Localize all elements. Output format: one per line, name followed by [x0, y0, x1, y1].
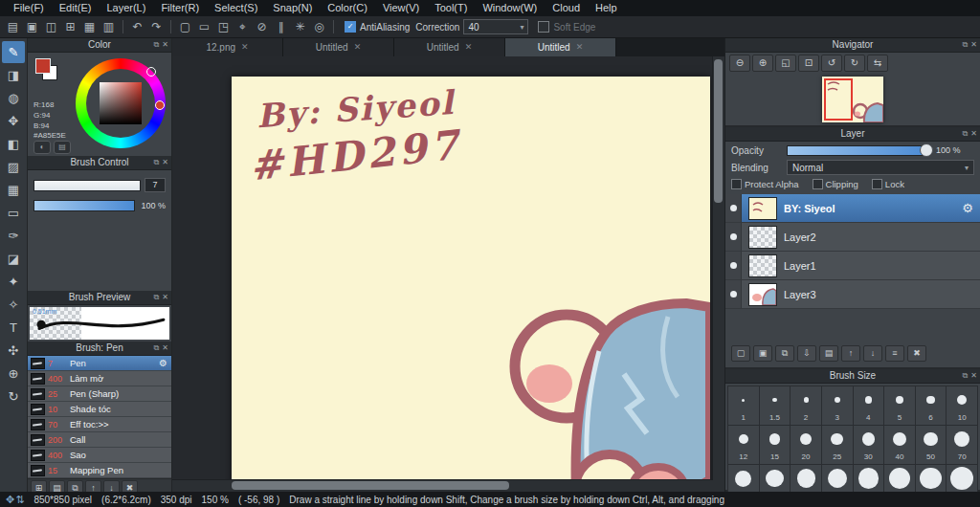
new-file-icon[interactable]: ▤: [4, 18, 22, 35]
snap-parallel-icon[interactable]: ∥: [272, 18, 290, 35]
layer-visibility-toggle[interactable]: [725, 194, 742, 222]
duplicate-layer-icon[interactable]: ⧉: [775, 345, 794, 362]
panel-close-icon[interactable]: ✕: [162, 342, 168, 355]
slider-knob[interactable]: [920, 143, 933, 157]
brush-size-cell[interactable]: 20: [791, 426, 821, 464]
brush-size-cell[interactable]: 2: [791, 386, 821, 425]
brush-size-cell[interactable]: 6: [916, 386, 947, 425]
panel-close-icon[interactable]: ✕: [970, 369, 977, 383]
menu-item[interactable]: Select(S): [207, 0, 265, 16]
color-wheel-toggle-icon[interactable]: ◐: [33, 141, 51, 154]
zoom-in-icon[interactable]: ⊕: [752, 55, 773, 72]
document-tab-active[interactable]: Untitled✕: [505, 38, 616, 56]
layer-row[interactable]: Layer3: [725, 280, 980, 309]
open-file-icon[interactable]: ▣: [23, 18, 41, 35]
brush-size-cell[interactable]: 1.5: [760, 386, 791, 425]
brush-list-item[interactable]: 7 Pen ⚙: [28, 356, 171, 371]
panel-close-icon[interactable]: ✕: [970, 127, 977, 141]
menu-item[interactable]: Edit(E): [52, 0, 100, 16]
add-layer-icon[interactable]: ▢: [731, 345, 750, 362]
sv-marker[interactable]: [146, 67, 156, 77]
document-tab[interactable]: 12.png✕: [172, 38, 283, 56]
panel-popout-icon[interactable]: ⧉: [963, 369, 969, 383]
zoom-out-icon[interactable]: ⊖: [729, 55, 750, 72]
panel-popout-icon[interactable]: ⧉: [963, 38, 969, 52]
tab-close-icon[interactable]: ✕: [465, 38, 473, 56]
brush-size-cell[interactable]: 40: [884, 426, 915, 464]
crosshair-icon[interactable]: ⌖: [234, 18, 252, 35]
select-tool[interactable]: ▭: [2, 202, 25, 224]
snap-circle-icon[interactable]: ◎: [310, 18, 328, 35]
guide-icon[interactable]: ▥: [100, 18, 118, 35]
move-up-icon[interactable]: ↑: [841, 345, 860, 362]
brush-settings-gear-icon[interactable]: ⚙: [159, 358, 167, 368]
color-wheel[interactable]: [76, 58, 166, 148]
flip-horizontal-icon[interactable]: ⇆: [867, 55, 888, 72]
move-down-icon[interactable]: ↓: [863, 345, 882, 362]
rotate-ccw-icon[interactable]: ↺: [821, 55, 842, 72]
brush-list-item[interactable]: 400 Làm mờ ⚙: [28, 371, 171, 386]
brush-size-cell[interactable]: 1: [728, 386, 759, 425]
vertical-scrollbar[interactable]: [712, 56, 724, 492]
brush-tool[interactable]: ✎: [2, 41, 25, 63]
brush-list-item[interactable]: 25 Pen (Sharp) ⚙: [28, 386, 171, 402]
layer-row-selected[interactable]: BY: Siyeol ⚙: [725, 194, 980, 223]
hand-tool[interactable]: ✣: [2, 340, 25, 362]
horizontal-scrollbar-thumb[interactable]: [232, 481, 509, 490]
blending-dropdown[interactable]: Normal ▾: [787, 160, 974, 175]
brush-size-cell[interactable]: 15: [760, 426, 791, 464]
layer-row[interactable]: Layer2: [725, 223, 980, 252]
add-folder-icon[interactable]: ▣: [753, 345, 772, 362]
pixel-grid-icon[interactable]: ▦: [80, 18, 99, 35]
hue-marker[interactable]: [155, 100, 165, 110]
select-eraser-tool[interactable]: ◪: [2, 248, 25, 270]
panel-popout-icon[interactable]: ⧉: [154, 291, 160, 304]
color-swatches[interactable]: [35, 58, 58, 81]
brush-size-cell[interactable]: 5: [884, 386, 915, 425]
vertical-scrollbar-thumb[interactable]: [714, 59, 723, 203]
pan-canvas-icon[interactable]: ✥: [6, 494, 14, 506]
canvas-viewport[interactable]: By: Siyeol #HD297: [172, 56, 724, 492]
layer-menu-icon[interactable]: ≡: [885, 345, 904, 362]
zoom-tool[interactable]: ⊕: [2, 363, 25, 385]
eraser-tool[interactable]: ◨: [2, 64, 25, 86]
tab-close-icon[interactable]: ✕: [354, 38, 362, 56]
layer-row[interactable]: Layer1: [725, 252, 980, 280]
grid-icon[interactable]: ⊞: [61, 18, 79, 35]
brush-list-item[interactable]: 15 Mapping Pen ⚙: [28, 463, 171, 478]
brush-size-cell[interactable]: 3: [822, 386, 853, 425]
panel-popout-icon[interactable]: ⧉: [154, 156, 160, 169]
layer-settings-gear-icon[interactable]: ⚙: [962, 201, 973, 215]
panel-close-icon[interactable]: ✕: [970, 38, 977, 52]
save-icon[interactable]: ◫: [42, 18, 60, 35]
menu-item[interactable]: Snap(N): [265, 0, 320, 16]
brush-size-cell[interactable]: 70: [947, 426, 977, 464]
document-tab[interactable]: Untitled✕: [394, 38, 505, 56]
brush-size-cell[interactable]: 30: [854, 426, 884, 464]
navigator-view-rectangle[interactable]: [824, 78, 853, 121]
select-pen-tool[interactable]: ✑: [2, 225, 25, 247]
scroll-arrows-icon[interactable]: ⇅: [15, 494, 24, 506]
color-slider-toggle-icon[interactable]: ▤: [54, 141, 71, 154]
foreground-color-swatch[interactable]: [35, 58, 51, 74]
panel-close-icon[interactable]: ✕: [162, 38, 168, 52]
menu-item[interactable]: File(F): [6, 0, 52, 16]
move-tool[interactable]: ✥: [2, 110, 25, 132]
menu-item[interactable]: Color(C): [320, 0, 375, 16]
select-inverse-icon[interactable]: ◳: [214, 18, 233, 35]
drawing-canvas[interactable]: By: Siyeol #HD297: [232, 77, 710, 492]
zoom-fit-icon[interactable]: ◱: [775, 55, 796, 72]
deselect-icon[interactable]: ▭: [195, 18, 213, 35]
protect-alpha-checkbox[interactable]: [731, 179, 742, 189]
brush-size-slider[interactable]: [33, 180, 141, 191]
eyedropper-tool[interactable]: ✧: [2, 294, 25, 316]
tab-close-icon[interactable]: ✕: [576, 38, 584, 56]
select-rect-icon[interactable]: ▢: [176, 18, 194, 35]
brush-size-cell[interactable]: 12: [728, 426, 759, 464]
tab-close-icon[interactable]: ✕: [241, 38, 249, 56]
antialiasing-checkbox[interactable]: ✓: [345, 21, 356, 33]
merge-down-icon[interactable]: ⇩: [797, 345, 816, 362]
brush-size-cell[interactable]: 10: [947, 386, 977, 425]
panel-popout-icon[interactable]: ⧉: [154, 342, 160, 355]
menu-item[interactable]: View(V): [375, 0, 427, 16]
